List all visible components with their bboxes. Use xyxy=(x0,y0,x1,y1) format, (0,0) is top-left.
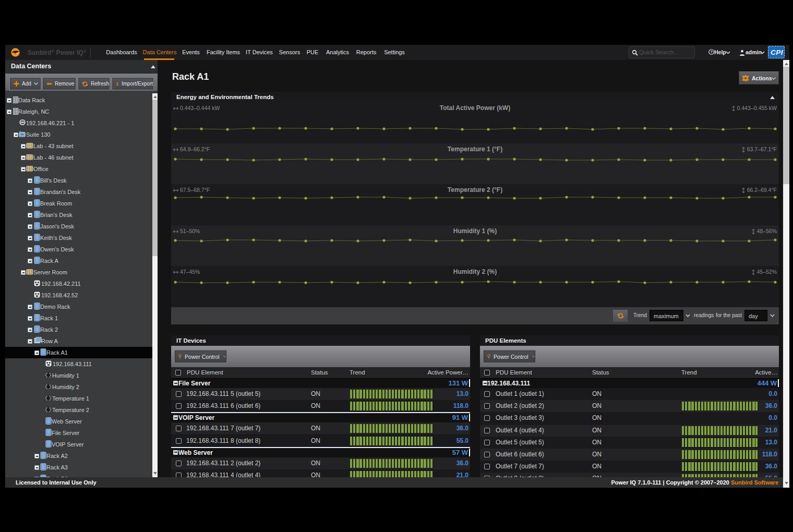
svg-text:?: ? xyxy=(710,50,713,54)
